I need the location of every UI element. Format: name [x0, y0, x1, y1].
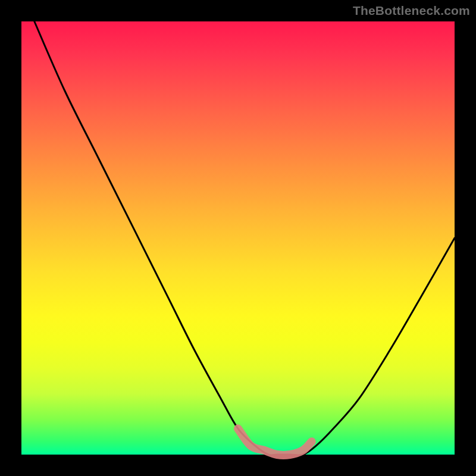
plot-area	[21, 21, 455, 455]
bottleneck-curve	[35, 21, 455, 455]
watermark-label: TheBottleneck.com	[353, 4, 470, 18]
chart-container: TheBottleneck.com	[0, 0, 476, 476]
optimal-region-overlay	[238, 428, 312, 455]
chart-svg	[21, 21, 455, 455]
